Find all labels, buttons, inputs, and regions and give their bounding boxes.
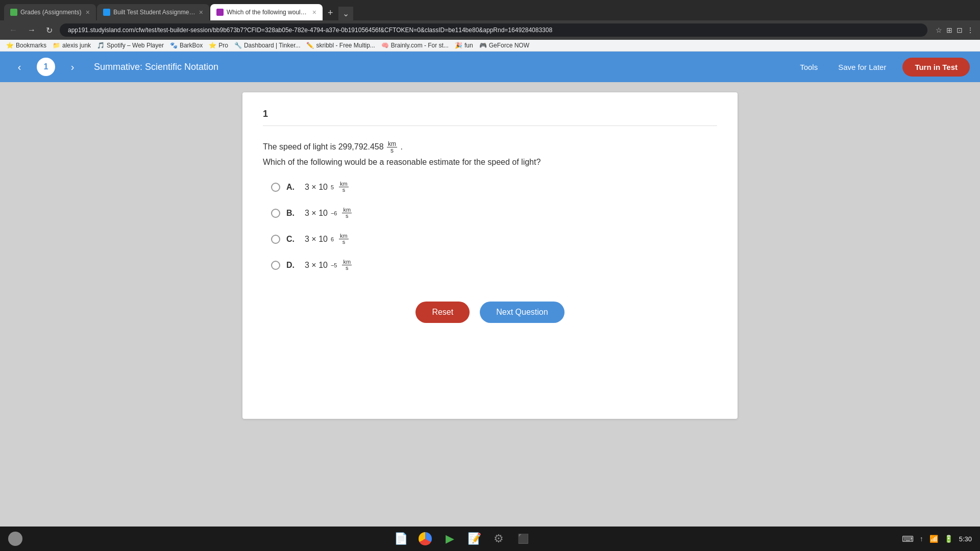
tab-grades[interactable]: Grades (Assignments) × [4,4,96,20]
tab-built[interactable]: Built Test Student Assignment - × [97,4,209,20]
taskbar-roblox-icon[interactable]: ⬛ [515,531,531,547]
tab-favicon-grades [10,9,17,16]
tab-bar: Grades (Assignments) × Built Test Studen… [0,0,980,20]
next-question-button[interactable]: Next Question [480,302,564,323]
tools-button[interactable]: Tools [796,61,822,73]
tab-close-which[interactable]: × [312,8,316,16]
tab-title-which: Which of the following would be... [227,9,309,16]
forward-button[interactable]: → [24,24,39,36]
answer-options: A. 3 × 105 km s B. 3 × 10−6 km s [271,181,717,271]
profile-icon[interactable]: ⊡ [957,26,963,34]
spotify-icon: 🎵 [97,42,105,49]
question-text-part1: The speed of light is 299,792.458 [263,142,384,151]
question-period: . [401,142,403,151]
option-label-d: D. [286,261,299,270]
taskbar-center: 📄 ▶ 📝 ⚙ ⬛ [393,531,531,547]
folder-icon: 📁 [53,42,60,49]
taskbar-keyboard-icon: ⌨ [902,534,914,544]
fun-icon: 🎉 [455,42,462,49]
tab-overflow-button[interactable]: ⌄ [338,7,353,20]
taskbar-battery-icon: 🔋 [944,535,953,543]
taskbar-right: ⌨ ↑ 📶 🔋 5:30 [902,534,972,544]
option-label-a: A. [286,183,299,192]
bookmark-dashboard[interactable]: 🔧 Dashboard | Tinker... [234,42,301,49]
bookmark-geforce[interactable]: 🎮 GeForce NOW [479,42,529,49]
bookmark-star-icon: ⭐ [6,42,14,49]
turn-in-button[interactable]: Turn in Test [902,58,970,77]
refresh-button[interactable]: ↻ [43,24,56,36]
tab-title-built: Built Test Student Assignment - [113,9,196,16]
url-icons: ☆ ⊞ ⊡ ⋮ [936,26,974,34]
radio-d[interactable] [271,261,280,270]
save-for-later-button[interactable]: Save for Later [834,61,890,73]
option-content-b: 3 × 10−6 km s [305,207,352,219]
taskbar-docs2-icon[interactable]: 📝 [466,531,482,547]
radio-c[interactable] [271,235,280,244]
new-tab-button[interactable]: + [324,6,337,20]
taskbar-time: 5:30 [959,535,972,543]
next-question-nav-button[interactable]: › [63,58,82,76]
brainly-icon: 🧠 [381,42,389,49]
taskbar-chrome-icon[interactable] [417,531,433,547]
bookmark-spotify[interactable]: 🎵 Spotify – Web Player [97,42,164,49]
tab-close-built[interactable]: × [199,8,203,16]
radio-a[interactable] [271,183,280,192]
unit-denominator: s [389,147,395,154]
back-button[interactable]: ← [6,24,20,36]
option-b-unit: km s [342,207,352,219]
tab-favicon-built [103,9,110,16]
option-d-unit: km s [342,259,352,271]
option-d-row: D. 3 × 10−5 km s [271,259,717,271]
action-buttons: Reset Next Question [263,302,717,323]
test-title: Summative: Scientific Notation [94,62,788,72]
option-content-a: 3 × 105 km s [305,181,349,193]
taskbar-play-icon[interactable]: ▶ [442,531,458,547]
tab-title-grades: Grades (Assignments) [20,9,83,16]
option-content-d: 3 × 10−5 km s [305,259,352,271]
question-number-label: 1 [263,109,717,126]
question-number-button[interactable]: 1 [37,58,55,76]
prev-question-button[interactable]: ‹ [10,58,29,76]
option-c-unit: km s [339,233,349,245]
option-c-row: C. 3 × 106 km s [271,233,717,245]
url-text: app191.studyisland.com/cfw/test/test-bui… [68,27,552,34]
taskbar-docs-icon[interactable]: 📄 [393,531,409,547]
dashboard-icon: 🔧 [234,42,242,49]
menu-icon[interactable]: ⋮ [967,26,974,34]
taskbar-wifi-icon: 📶 [929,535,938,543]
question-text: The speed of light is 299,792.458 km s . [263,140,717,154]
address-bar: ← → ↻ app191.studyisland.com/cfw/test/te… [0,20,980,40]
chrome-circle [419,532,432,545]
extensions-icon[interactable]: ⊞ [946,26,952,34]
header-tools: Tools Save for Later Turn in Test [796,58,970,77]
unit-fraction: km s [387,141,397,154]
question-card: 1 The speed of light is 299,792.458 km s… [242,92,738,419]
pro-icon: ⭐ [209,42,216,49]
option-a-row: A. 3 × 105 km s [271,181,717,193]
bookmark-barkbox[interactable]: 🐾 BarkBox [170,42,203,49]
bookmark-alexis[interactable]: 📁 alexis junk [53,42,91,49]
option-label-c: C. [286,235,299,244]
bookmark-pro[interactable]: ⭐ Pro [209,42,228,49]
bookmark-fun[interactable]: 🎉 fun [455,42,473,49]
app-header: ‹ 1 › Summative: Scientific Notation Too… [0,52,980,82]
bookmark-skribbl[interactable]: ✏️ skribbl - Free Multip... [306,42,375,49]
radio-b[interactable] [271,209,280,218]
question-sub-text: Which of the following would be a reason… [263,158,717,167]
bookmark-brainly[interactable]: 🧠 Brainly.com - For st... [381,42,449,49]
bookmark-bookmarks[interactable]: ⭐ Bookmarks [6,42,46,49]
skribbl-icon: ✏️ [306,42,314,49]
tab-close-grades[interactable]: × [86,8,90,16]
taskbar-left [8,532,22,546]
bookmarks-bar: ⭐ Bookmarks 📁 alexis junk 🎵 Spotify – We… [0,40,980,52]
tab-which[interactable]: Which of the following would be... × [210,4,323,20]
option-b-row: B. 3 × 10−6 km s [271,207,717,219]
tab-favicon-which [216,9,224,16]
option-a-unit: km s [339,181,349,193]
option-label-b: B. [286,209,299,218]
taskbar-circle-icon[interactable] [8,532,22,546]
taskbar-settings-icon[interactable]: ⚙ [491,531,507,547]
bookmark-star-icon[interactable]: ☆ [936,26,942,34]
url-bar[interactable]: app191.studyisland.com/cfw/test/test-bui… [60,23,927,37]
reset-button[interactable]: Reset [415,302,470,323]
